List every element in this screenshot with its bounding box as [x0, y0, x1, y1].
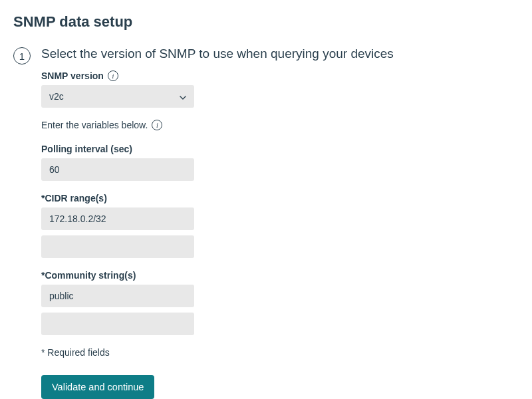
- snmp-version-label-text: SNMP version: [41, 70, 104, 81]
- step-heading: Select the version of SNMP to use when q…: [41, 47, 519, 61]
- helper-text: Enter the variables below.: [41, 120, 148, 130]
- snmp-version-select-wrap: v2c: [41, 85, 194, 108]
- info-icon[interactable]: i: [152, 120, 162, 130]
- community-field: *Community string(s): [41, 270, 519, 335]
- community-label: *Community string(s): [41, 270, 519, 281]
- community-input-1[interactable]: [41, 313, 194, 335]
- snmp-version-field: SNMP version i v2c: [41, 70, 519, 108]
- polling-interval-input[interactable]: [41, 158, 194, 181]
- info-icon[interactable]: i: [108, 70, 118, 81]
- snmp-version-label: SNMP version i: [41, 70, 519, 81]
- community-input-0[interactable]: [41, 285, 194, 307]
- cidr-input-0[interactable]: [41, 207, 194, 230]
- required-fields-note: * Required fields: [41, 347, 519, 358]
- page-title: SNMP data setup: [13, 13, 519, 31]
- snmp-version-select[interactable]: v2c: [41, 85, 194, 108]
- cidr-label: *CIDR range(s): [41, 193, 519, 203]
- polling-interval-label: Polling interval (sec): [41, 144, 519, 154]
- step-container: 1 Select the version of SNMP to use when…: [13, 47, 519, 399]
- cidr-field: *CIDR range(s): [41, 193, 519, 258]
- step-content: Select the version of SNMP to use when q…: [41, 47, 519, 399]
- cidr-input-1[interactable]: [41, 235, 194, 258]
- validate-continue-button[interactable]: Validate and continue: [41, 375, 154, 399]
- polling-interval-field: Polling interval (sec): [41, 144, 519, 181]
- helper-text-row: Enter the variables below. i: [41, 120, 519, 130]
- step-number-badge: 1: [13, 47, 31, 65]
- form-body: SNMP version i v2c Enter the variables b…: [41, 70, 519, 399]
